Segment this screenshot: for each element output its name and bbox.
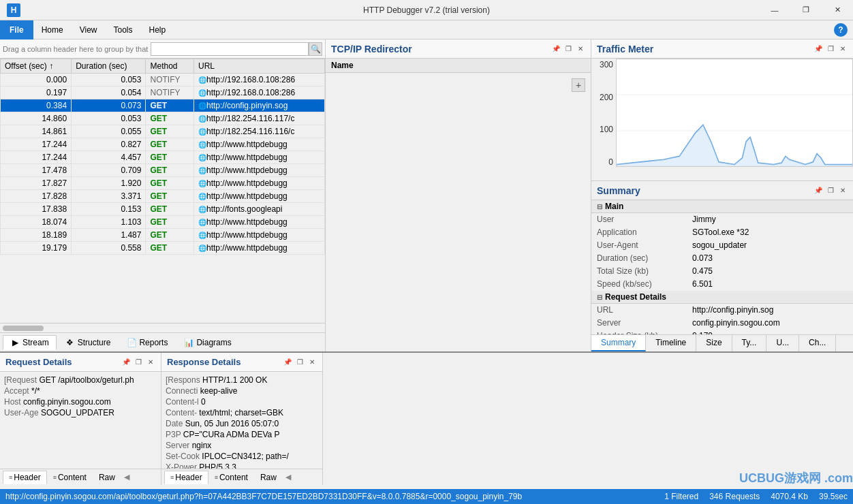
menu-home[interactable]: Home bbox=[33, 20, 72, 40]
menu-file[interactable]: File bbox=[0, 20, 33, 40]
traffic-panel: Traffic Meter 📌 ❐ ✕ 300 200 100 0 bbox=[591, 40, 853, 351]
req-tab-header[interactable]: ≡ Header bbox=[3, 471, 47, 484]
tcp-pin-icon[interactable]: 📌 bbox=[551, 44, 561, 54]
cell-url: 🌐http://182.254.116.116/c bbox=[194, 125, 325, 138]
req-scroll-left[interactable]: ◀ bbox=[124, 473, 129, 482]
cell-offset: 17.828 bbox=[1, 190, 72, 203]
cell-url: 🌐http://www.httpdebugg bbox=[194, 138, 325, 151]
resp-pin-icon[interactable]: 📌 bbox=[283, 358, 292, 367]
summary-tab-ty[interactable]: Ty... bbox=[732, 335, 767, 351]
menu-view[interactable]: View bbox=[72, 20, 106, 40]
window-controls: — ❐ ✕ bbox=[759, 0, 853, 20]
summary-tab-size[interactable]: Size bbox=[696, 335, 732, 351]
restore-button[interactable]: ❐ bbox=[790, 0, 822, 20]
cell-duration: 0.153 bbox=[72, 203, 146, 216]
grid-horizontal-scrollbar[interactable] bbox=[0, 323, 325, 332]
chart-y-labels: 300 200 100 0 bbox=[591, 59, 616, 167]
summary-tab-u[interactable]: U... bbox=[766, 335, 799, 351]
resp-tab-header[interactable]: ≡ Header bbox=[164, 471, 208, 484]
cell-method: GET bbox=[146, 203, 194, 216]
minimize-button[interactable]: — bbox=[759, 0, 790, 20]
req-tab-raw[interactable]: Raw bbox=[93, 471, 121, 484]
summary-row: Duration (sec)0.073 bbox=[591, 252, 853, 265]
table-row[interactable]: 19.179 0.558 GET 🌐http://www.httpdebugg bbox=[1, 242, 325, 255]
table-row[interactable]: 0.197 0.054 NOTIFY 🌐http://192.168.0.108… bbox=[1, 86, 325, 99]
tcp-close-icon[interactable]: ✕ bbox=[576, 44, 585, 54]
col-url[interactable]: URL bbox=[194, 59, 325, 74]
traffic-chart: 300 200 100 0 bbox=[591, 59, 853, 181]
menu-tools[interactable]: Tools bbox=[105, 20, 140, 40]
tcp-add-button[interactable]: + bbox=[572, 78, 585, 92]
main-section-header[interactable]: ⊟ Main bbox=[591, 200, 853, 213]
close-button[interactable]: ✕ bbox=[822, 0, 853, 20]
help-circle-icon[interactable]: ? bbox=[834, 23, 848, 37]
col-duration[interactable]: Duration (sec) bbox=[72, 59, 146, 74]
table-row[interactable]: 18.189 1.487 GET 🌐http://www.httpdebugg bbox=[1, 229, 325, 242]
chart-canvas-area bbox=[616, 59, 853, 167]
summary-main-table: UserJimmyApplicationSGTool.exe *32User-A… bbox=[591, 213, 853, 291]
summary-close-icon[interactable]: ✕ bbox=[838, 186, 848, 195]
summary-tab-timeline[interactable]: Timeline bbox=[646, 335, 696, 351]
table-row[interactable]: 17.244 0.827 GET 🌐http://www.httpdebugg bbox=[1, 138, 325, 151]
cell-duration: 0.073 bbox=[72, 99, 146, 112]
table-row[interactable]: 17.244 4.457 GET 🌐http://www.httpdebugg bbox=[1, 151, 325, 164]
table-row[interactable]: 14.860 0.053 GET 🌐http://182.254.116.117… bbox=[1, 112, 325, 125]
resp-tab-content[interactable]: ≡ Content bbox=[208, 471, 254, 484]
summary-tab-ch[interactable]: Ch... bbox=[799, 335, 836, 351]
tcp-restore-icon[interactable]: ❐ bbox=[563, 44, 573, 54]
cell-offset: 19.179 bbox=[1, 242, 72, 255]
cell-offset: 0.384 bbox=[1, 99, 72, 112]
col-method[interactable]: Method bbox=[146, 59, 194, 74]
summary-titlebar: Summary 📌 ❐ ✕ bbox=[591, 181, 853, 200]
traffic-close-icon[interactable]: ✕ bbox=[838, 44, 848, 54]
request-line: Accept */* bbox=[4, 385, 157, 396]
table-row[interactable]: 17.828 3.371 GET 🌐http://www.httpdebugg bbox=[1, 190, 325, 203]
traffic-restore-icon[interactable]: ❐ bbox=[826, 44, 835, 54]
data-grid: Drag a column header here to group by th… bbox=[0, 40, 326, 351]
cell-url: 🌐http://192.168.0.108:286 bbox=[194, 74, 325, 86]
table-row[interactable]: 18.074 1.103 GET 🌐http://www.httpdebugg bbox=[1, 216, 325, 229]
table-row[interactable]: 0.384 0.073 GET 🌐http://config.pinyin.so… bbox=[1, 99, 325, 112]
right-blank-area bbox=[323, 353, 853, 485]
cell-duration: 0.054 bbox=[72, 86, 146, 99]
req-restore-icon[interactable]: ❐ bbox=[134, 358, 143, 367]
tcp-titlebar: TCP/IP Redirector 📌 ❐ ✕ bbox=[326, 40, 591, 59]
col-offset[interactable]: Offset (sec) ↑ bbox=[1, 59, 72, 74]
response-line: X-Power PHP/5.3.3 bbox=[166, 462, 318, 469]
table-row[interactable]: 17.838 0.153 GET 🌐http://fonts.googleapi bbox=[1, 203, 325, 216]
req-tab-content[interactable]: ≡ Content bbox=[47, 471, 93, 484]
req-close-icon[interactable]: ✕ bbox=[146, 358, 155, 367]
cell-url: 🌐http://www.httpdebugg bbox=[194, 216, 325, 229]
summary-tab-summary[interactable]: Summary bbox=[591, 335, 646, 351]
cell-url: 🌐http://www.httpdebugg bbox=[194, 164, 325, 177]
table-row[interactable]: 14.861 0.055 GET 🌐http://182.254.116.116… bbox=[1, 125, 325, 138]
diagrams-icon: 📊 bbox=[184, 338, 193, 347]
summary-row: Serverconfig.pinyin.sogou.com bbox=[591, 317, 853, 330]
traffic-panel-title: Traffic Meter bbox=[597, 44, 653, 54]
summary-pin-icon[interactable]: 📌 bbox=[813, 186, 823, 195]
table-row[interactable]: 17.827 1.920 GET 🌐http://www.httpdebugg bbox=[1, 177, 325, 190]
resp-tab-raw[interactable]: Raw bbox=[254, 471, 283, 484]
tab-structure[interactable]: ❖ Structure bbox=[58, 335, 119, 350]
response-line: Content- text/html; charset=GBK bbox=[166, 407, 318, 418]
summary-restore-icon[interactable]: ❐ bbox=[826, 186, 835, 195]
grid-search-input[interactable] bbox=[151, 42, 309, 56]
stream-icon: ▶ bbox=[10, 338, 20, 347]
resp-close-icon[interactable]: ✕ bbox=[307, 358, 317, 367]
cell-method: NOTIFY bbox=[146, 74, 194, 86]
req-pin-icon[interactable]: 📌 bbox=[121, 358, 131, 367]
resp-restore-icon[interactable]: ❐ bbox=[295, 358, 305, 367]
tcp-panel: TCP/IP Redirector 📌 ❐ ✕ Name + bbox=[326, 40, 591, 351]
status-filter: 1 Filtered bbox=[664, 492, 698, 501]
table-row[interactable]: 0.000 0.053 NOTIFY 🌐http://192.168.0.108… bbox=[1, 74, 325, 86]
resp-scroll-left[interactable]: ◀ bbox=[285, 473, 291, 482]
tab-stream[interactable]: ▶ Stream bbox=[3, 335, 57, 350]
table-row[interactable]: 17.478 0.709 GET 🌐http://www.httpdebugg bbox=[1, 164, 325, 177]
traffic-pin-icon[interactable]: 📌 bbox=[813, 44, 823, 54]
grid-table-wrapper[interactable]: Offset (sec) ↑ Duration (sec) Method URL… bbox=[0, 59, 325, 323]
request-section-header[interactable]: ⊟ Request Details bbox=[591, 291, 853, 304]
tab-reports[interactable]: 📄 Reports bbox=[119, 335, 175, 350]
menu-help[interactable]: Help bbox=[141, 20, 174, 40]
search-icon[interactable]: 🔍 bbox=[309, 42, 322, 56]
tab-diagrams[interactable]: 📊 Diagrams bbox=[176, 335, 238, 350]
